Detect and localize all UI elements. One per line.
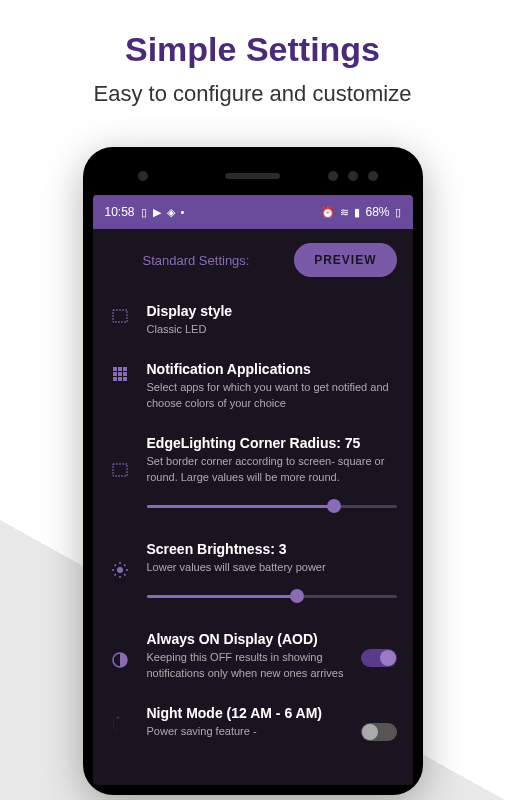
- svg-rect-10: [113, 464, 127, 476]
- svg-rect-0: [113, 310, 127, 322]
- phone-mockup: 10:58 ▯ ▶ ◈ • ⏰ ≋ ▮ 68% ▯ Standard Setti…: [83, 147, 423, 795]
- night-mode-toggle[interactable]: [361, 723, 397, 741]
- moon-icon: [109, 713, 131, 735]
- section-label: Standard Settings:: [143, 253, 250, 268]
- item-title: Night Mode (12 AM - 6 AM): [147, 705, 361, 721]
- dots-icon: •: [181, 206, 185, 218]
- wifi-icon: ≋: [340, 206, 349, 219]
- sensor-icon: [368, 171, 378, 181]
- svg-rect-2: [118, 367, 122, 371]
- item-title: Screen Brightness: 3: [147, 541, 397, 557]
- setting-edge-lighting[interactable]: EdgeLighting Corner Radius: 75 Set borde…: [93, 423, 413, 529]
- apps-icon: [109, 363, 131, 385]
- preview-button[interactable]: PREVIEW: [294, 243, 396, 277]
- youtube-icon: ▶: [153, 206, 161, 219]
- shield-icon: ◈: [167, 206, 175, 219]
- sensor-icon: [328, 171, 338, 181]
- setting-display-style[interactable]: Display style Classic LED: [93, 291, 413, 349]
- brightness-icon: [109, 559, 131, 581]
- status-bar: 10:58 ▯ ▶ ◈ • ⏰ ≋ ▮ 68% ▯: [93, 195, 413, 229]
- setting-notification-apps[interactable]: Notification Applications Select apps fo…: [93, 349, 413, 423]
- svg-rect-4: [113, 372, 117, 376]
- svg-rect-3: [123, 367, 127, 371]
- signal-icon: ▮: [354, 206, 360, 219]
- item-title: Display style: [147, 303, 397, 319]
- page-title: Simple Settings: [20, 30, 485, 69]
- aod-toggle[interactable]: [361, 649, 397, 667]
- svg-rect-1: [113, 367, 117, 371]
- speaker-icon: [225, 173, 280, 179]
- edge-lighting-slider[interactable]: [147, 497, 397, 517]
- status-time: 10:58: [105, 205, 135, 219]
- item-desc: Select apps for which you want to get no…: [147, 380, 397, 411]
- brightness-slider[interactable]: [147, 587, 397, 607]
- setting-aod[interactable]: Always ON Display (AOD) Keeping this OFF…: [93, 619, 413, 693]
- item-title: EdgeLighting Corner Radius: 75: [147, 435, 397, 451]
- page-subtitle: Easy to configure and customize: [20, 81, 485, 107]
- item-desc: Lower values will save battery power: [147, 560, 397, 575]
- item-desc: Set border corner according to screen- s…: [147, 454, 397, 485]
- svg-point-11: [117, 567, 123, 573]
- svg-rect-6: [123, 372, 127, 376]
- battery-percent: 68%: [365, 205, 389, 219]
- display-icon: [109, 305, 131, 327]
- item-title: Always ON Display (AOD): [147, 631, 361, 647]
- svg-rect-8: [118, 377, 122, 381]
- item-title: Notification Applications: [147, 361, 397, 377]
- item-desc: Classic LED: [147, 322, 397, 337]
- sensor-icon: [138, 171, 148, 181]
- sensor-icon: [348, 171, 358, 181]
- setting-night-mode[interactable]: Night Mode (12 AM - 6 AM) Power saving f…: [93, 693, 413, 753]
- svg-rect-7: [113, 377, 117, 381]
- setting-brightness[interactable]: Screen Brightness: 3 Lower values will s…: [93, 529, 413, 619]
- item-desc: Power saving feature -: [147, 724, 361, 739]
- notification-icon: ▯: [141, 206, 147, 219]
- battery-icon: ▯: [395, 206, 401, 219]
- radius-icon: [109, 459, 131, 481]
- alarm-icon: ⏰: [321, 206, 335, 219]
- contrast-icon: [109, 649, 131, 671]
- svg-rect-5: [118, 372, 122, 376]
- svg-rect-9: [123, 377, 127, 381]
- item-desc: Keeping this OFF results in showing noti…: [147, 650, 361, 681]
